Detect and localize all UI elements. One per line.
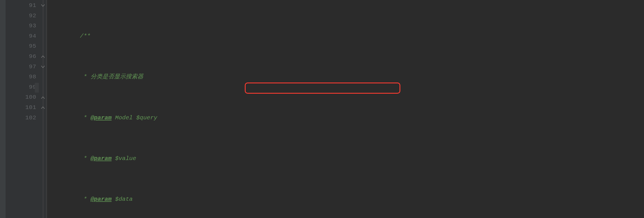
line-number: 95 [29, 41, 36, 52]
doc-after: $value [112, 154, 136, 164]
gutter-row[interactable]: 99 [6, 82, 47, 93]
line-number: 101 [25, 103, 36, 113]
code-line[interactable]: * @param Model $query [47, 113, 644, 123]
indent [52, 31, 80, 42]
gutter-row[interactable]: 95 [6, 41, 47, 52]
line-number: 102 [25, 113, 36, 123]
code-line[interactable]: * @param $value [47, 154, 644, 164]
gutter-row[interactable]: 102 [6, 113, 47, 123]
breakpoint-strip[interactable] [0, 0, 6, 218]
gutter-row[interactable]: 101 [6, 103, 47, 113]
gutter-row[interactable]: 96 [6, 52, 47, 62]
code-area[interactable]: /** * 分类是否显示搜索器 * @param Model $query * … [47, 0, 644, 218]
indent [52, 113, 83, 123]
line-number: 96 [29, 52, 36, 62]
caret-gutter-highlight [35, 83, 39, 93]
indent [52, 154, 83, 164]
gutter[interactable]: 91 92 93 94 95 96 97 [6, 0, 47, 218]
fold-collapse-icon[interactable] [41, 3, 45, 8]
code-line[interactable]: * @param $data [47, 194, 644, 205]
fold-expand-icon[interactable] [41, 95, 45, 100]
line-number: 91 [29, 1, 36, 11]
gutter-row[interactable]: 94 [6, 31, 47, 42]
gutter-row[interactable]: 97 [6, 62, 47, 72]
gutter-row[interactable]: 98 [6, 72, 47, 82]
indent [52, 194, 83, 205]
fold-expand-icon[interactable] [41, 105, 45, 110]
fold-collapse-icon[interactable] [41, 65, 45, 69]
doc-star: * [83, 113, 90, 123]
doc-star: * [83, 72, 90, 82]
doc-text: 分类是否显示搜索器 [91, 72, 143, 82]
doc-star: * [83, 154, 90, 164]
gutter-row[interactable]: 91 [6, 1, 47, 11]
line-number: 93 [29, 21, 36, 31]
doc-star: * [83, 194, 90, 205]
doc-tag: @param [91, 154, 112, 164]
line-number: 94 [29, 31, 36, 42]
doc-tag: @param [91, 113, 112, 123]
doc-tag: @param [91, 194, 112, 205]
doc-after: $data [112, 194, 133, 205]
line-number: 92 [29, 11, 36, 21]
annotation-highlight-box [245, 83, 400, 94]
line-number: 100 [25, 92, 36, 103]
line-number: 98 [29, 72, 36, 82]
gutter-row[interactable]: 92 [6, 11, 47, 21]
code-line[interactable]: /** [47, 31, 644, 42]
gutter-row[interactable]: 100 [6, 92, 47, 103]
indent [52, 72, 83, 82]
gutter-row[interactable]: 93 [6, 21, 47, 31]
doc-open: /** [80, 31, 91, 42]
code-editor: 91 92 93 94 95 96 97 [0, 0, 644, 218]
code-line[interactable]: * 分类是否显示搜索器 [47, 72, 644, 82]
doc-after: Model $query [112, 113, 157, 123]
fold-expand-icon[interactable] [41, 54, 45, 59]
line-number: 97 [29, 62, 36, 72]
